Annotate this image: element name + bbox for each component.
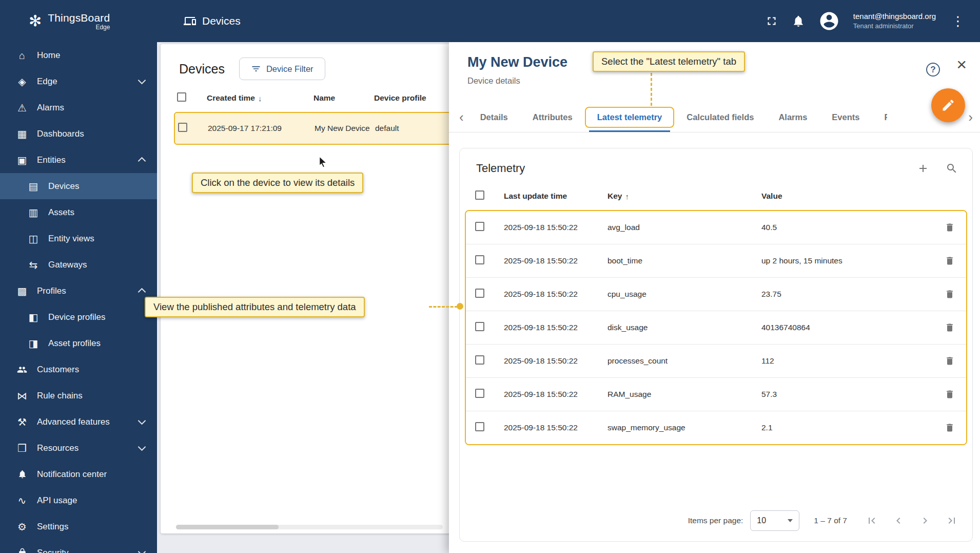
sidebar-item-devices[interactable]: ▤ Devices	[0, 173, 157, 199]
previous-page-button[interactable]	[892, 514, 905, 527]
sidebar-item-label: Resources	[37, 443, 79, 453]
telemetry-row[interactable]: 2025-09-18 15:50:22 processes_count 112	[466, 345, 966, 378]
tab-events[interactable]: Events	[819, 107, 872, 127]
telemetry-row[interactable]: 2025-09-18 15:50:22 swap_memory_usage 2.…	[466, 411, 966, 444]
chevron-left-icon	[892, 514, 905, 527]
sidebar-item-security[interactable]: Security	[0, 540, 157, 553]
telemetry-row[interactable]: 2025-09-18 15:50:22 avg_load 40.5	[466, 211, 966, 244]
row-checkbox[interactable]	[475, 255, 484, 264]
column-key[interactable]: Key ↑	[607, 192, 761, 201]
close-icon[interactable]: ×	[956, 55, 967, 73]
items-per-page-value: 10	[757, 516, 766, 525]
avatar-icon	[818, 10, 840, 32]
column-value[interactable]: Value	[761, 192, 939, 201]
last-page-button[interactable]	[946, 514, 958, 527]
tabs-forward-chevron-icon[interactable]: ›	[964, 103, 977, 132]
add-icon	[917, 162, 929, 175]
sidebar-item-api-usage[interactable]: ∿ API usage	[0, 487, 157, 513]
sidebar-item-edge[interactable]: ◈ Edge	[0, 68, 157, 94]
delete-button[interactable]	[943, 354, 957, 368]
sidebar-item-settings[interactable]: ⚙ Settings	[0, 513, 157, 540]
telemetry-row[interactable]: 2025-09-18 15:50:22 cpu_usage 23.75	[466, 278, 966, 311]
telemetry-row[interactable]: 2025-09-18 15:50:22 boot_time up 2 hours…	[466, 244, 966, 278]
tab-details[interactable]: Details	[468, 107, 520, 127]
sidebar-item-assets[interactable]: ▥ Assets	[0, 199, 157, 225]
tab-latest-telemetry[interactable]: Latest telemetry	[585, 107, 675, 128]
sidebar-item-customers[interactable]: Customers	[0, 356, 157, 383]
items-per-page-select[interactable]: 10	[750, 510, 799, 531]
device-table-row[interactable]: 2025-09-17 17:21:09 My New Device defaul…	[175, 113, 460, 144]
sidebar-item-label: Customers	[37, 365, 79, 375]
chevron-up-icon	[138, 157, 146, 165]
callout-telemetry-data: View the published attributes and teleme…	[145, 297, 365, 317]
resources-icon: ❒	[15, 443, 29, 453]
telemetry-last-update: 2025-09-18 15:50:22	[504, 356, 607, 366]
app-logo[interactable]: ✻ ThingsBoard Edge	[0, 12, 157, 31]
sidebar-item-advanced-features[interactable]: ⚒ Advanced features	[0, 409, 157, 435]
row-checkbox[interactable]	[475, 322, 484, 331]
sidebar-item-asset-profiles[interactable]: ◨ Asset profiles	[0, 330, 157, 356]
sidebar-item-notification-center[interactable]: Notification center	[0, 461, 157, 487]
column-name[interactable]: Name	[313, 93, 374, 103]
sidebar-item-label: Edge	[37, 77, 57, 87]
telemetry-row[interactable]: 2025-09-18 15:50:22 disk_usage 401367408…	[466, 311, 966, 345]
notifications-button[interactable]	[792, 14, 805, 28]
sidebar-item-entities[interactable]: ▣ Entities	[0, 147, 157, 173]
delete-button[interactable]	[943, 421, 957, 435]
row-checkbox[interactable]	[475, 355, 484, 365]
delete-button[interactable]	[943, 387, 957, 402]
fullscreen-button[interactable]	[765, 14, 778, 28]
row-checkbox[interactable]	[475, 422, 484, 431]
telemetry-title: Telemetry	[476, 162, 917, 175]
screen: ✻ ThingsBoard Edge Devices tenant@things…	[0, 0, 980, 553]
help-button[interactable]: ?	[926, 63, 940, 77]
first-page-button[interactable]	[866, 514, 878, 527]
column-last-update-time[interactable]: Last update time	[504, 192, 607, 201]
select-all-checkbox[interactable]	[177, 92, 186, 102]
delete-button[interactable]	[943, 254, 957, 268]
device-created-time: 2025-09-17 17:21:09	[208, 124, 315, 133]
kebab-menu-icon[interactable]: ⋮	[949, 13, 967, 29]
row-checkbox[interactable]	[178, 123, 187, 132]
edit-fab-button[interactable]	[931, 88, 965, 122]
horizontal-scrollbar[interactable]	[176, 525, 443, 529]
sidebar-item-label: Gateways	[48, 260, 87, 270]
tab-attributes[interactable]: Attributes	[520, 107, 585, 127]
row-checkbox[interactable]	[475, 222, 484, 231]
sidebar-item-rule-chains[interactable]: ⋈ Rule chains	[0, 383, 157, 409]
help-icon: ?	[930, 65, 935, 75]
tab-alarms[interactable]: Alarms	[766, 107, 819, 127]
telemetry-value: 40136740864	[761, 323, 933, 332]
row-checkbox[interactable]	[475, 389, 484, 398]
sidebar-item-device-profiles[interactable]: ◧ Device profiles	[0, 304, 157, 330]
sidebar-item-label: Rule chains	[37, 391, 83, 401]
sidebar-item-home[interactable]: ⌂ Home	[0, 42, 157, 68]
sidebar-item-gateways[interactable]: ⇆ Gateways	[0, 252, 157, 278]
search-button[interactable]	[946, 162, 958, 175]
tabs-back-chevron-icon[interactable]: ‹	[455, 103, 468, 132]
telemetry-row[interactable]: 2025-09-18 15:50:22 RAM_usage 57.3	[466, 378, 966, 411]
add-telemetry-button[interactable]	[917, 162, 929, 175]
user-avatar-button[interactable]	[818, 10, 840, 32]
delete-button[interactable]	[943, 287, 957, 301]
next-page-button[interactable]	[919, 514, 931, 527]
mouse-cursor-icon	[317, 156, 329, 170]
home-icon: ⌂	[15, 50, 29, 61]
sidebar-item-label: Settings	[37, 522, 68, 532]
tab-calculated-fields[interactable]: Calculated fields	[674, 107, 766, 127]
delete-button[interactable]	[943, 220, 957, 235]
sidebar-item-alarms[interactable]: ⚠ Alarms	[0, 94, 157, 121]
select-all-checkbox[interactable]	[475, 190, 484, 200]
row-checkbox[interactable]	[475, 289, 484, 298]
trash-icon	[945, 389, 955, 399]
profiles-icon: ▩	[15, 286, 29, 296]
sidebar-item-resources[interactable]: ❒ Resources	[0, 435, 157, 461]
delete-button[interactable]	[943, 320, 957, 335]
tab-more-clipped[interactable]: Relations	[872, 107, 887, 127]
device-filter-button[interactable]: Device Filter	[239, 58, 325, 80]
sidebar-item-profiles[interactable]: ▩ Profiles	[0, 278, 157, 304]
column-created-time[interactable]: Created time ↓	[207, 93, 313, 103]
sidebar-item-entity-views[interactable]: ◫ Entity views	[0, 225, 157, 252]
column-device-profile[interactable]: Device profile	[374, 93, 456, 103]
sidebar-item-dashboards[interactable]: ▦ Dashboards	[0, 121, 157, 147]
